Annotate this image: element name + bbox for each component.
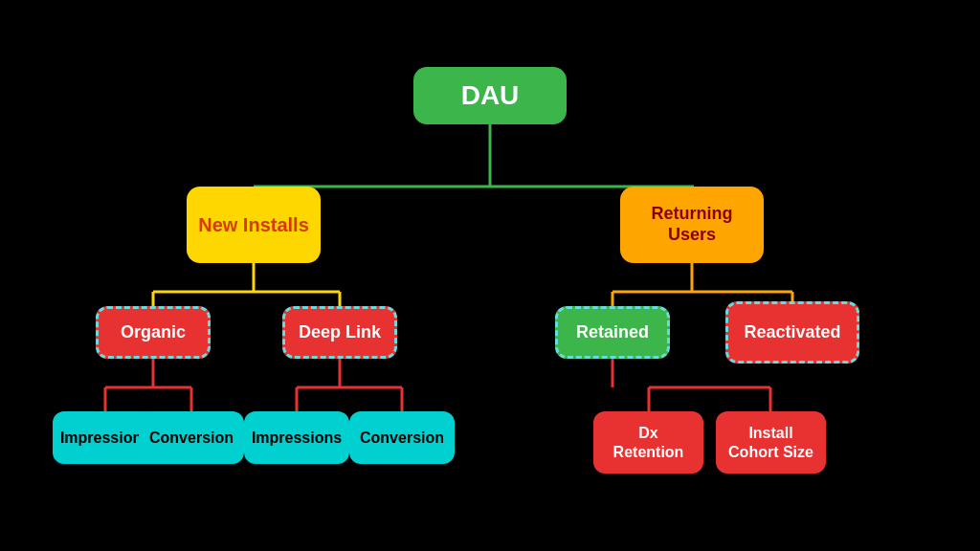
organic-node: Organic xyxy=(96,306,211,359)
impressions-2-label: Impressions xyxy=(252,429,342,447)
returning-users-node: Returning Users xyxy=(620,187,764,263)
new-installs-node: New Installs xyxy=(187,187,321,263)
dx-retention-label: Dx Retention xyxy=(605,424,692,460)
retained-node: Retained xyxy=(555,306,670,359)
reactivated-node: Reactivated xyxy=(725,301,859,364)
impressions-2-node: Impressions xyxy=(244,411,349,464)
organic-label: Organic xyxy=(121,322,186,343)
conversion-1-label: Conversion xyxy=(149,429,234,447)
conversion-1-node: Conversion xyxy=(139,411,244,464)
deep-link-node: Deep Link xyxy=(282,306,397,359)
conversion-2-label: Conversion xyxy=(360,429,444,447)
impressions-1-label: Impressions xyxy=(60,429,150,447)
diagram: DAU New Installs Returning Users Organic… xyxy=(0,0,980,551)
returning-users-label: Returning Users xyxy=(632,204,752,245)
retained-label: Retained xyxy=(576,322,649,343)
dx-retention-node: Dx Retention xyxy=(593,411,703,474)
deep-link-label: Deep Link xyxy=(299,322,381,343)
dau-label: DAU xyxy=(461,79,520,112)
new-installs-label: New Installs xyxy=(198,213,309,236)
reactivated-label: Reactivated xyxy=(744,322,840,343)
install-cohort-label: Install Cohort Size xyxy=(727,424,814,460)
dau-node: DAU xyxy=(413,67,567,124)
install-cohort-node: Install Cohort Size xyxy=(716,411,826,474)
conversion-2-node: Conversion xyxy=(349,411,455,464)
